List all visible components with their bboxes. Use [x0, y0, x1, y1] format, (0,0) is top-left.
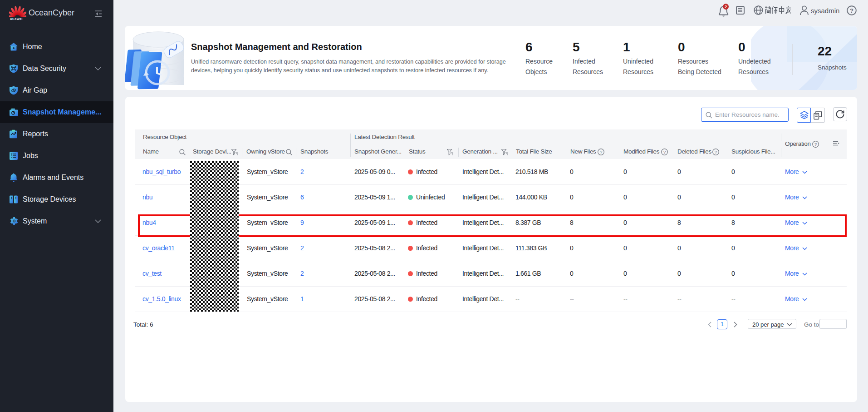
svg-text:?: ? — [663, 149, 666, 154]
svg-text:?: ? — [715, 149, 717, 154]
svg-text:?: ? — [814, 142, 817, 147]
svg-text:2: 2 — [725, 4, 727, 9]
svg-text:?: ? — [850, 7, 853, 14]
svg-text:?: ? — [600, 149, 602, 154]
